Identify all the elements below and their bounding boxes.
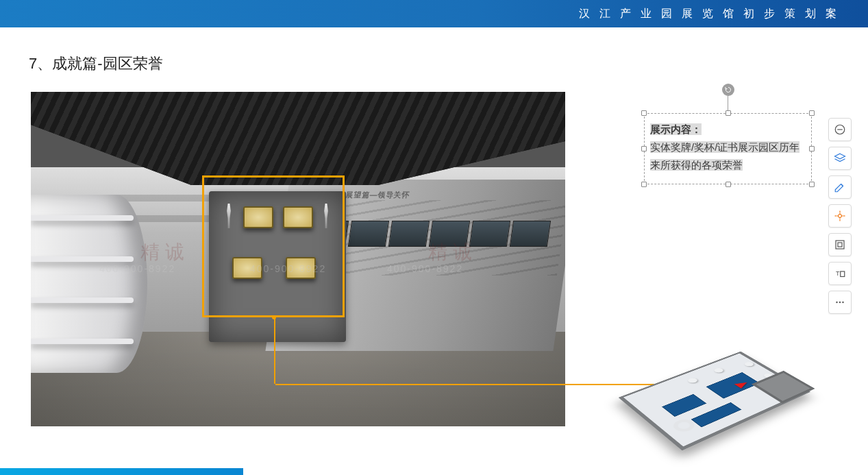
svg-point-12 bbox=[836, 302, 837, 303]
leader-dot bbox=[272, 315, 276, 319]
resize-handle[interactable] bbox=[726, 182, 731, 187]
header-title: 汉江产业园展览馆初步策划案 bbox=[579, 7, 846, 21]
resize-handle[interactable] bbox=[641, 182, 647, 187]
resize-handle[interactable] bbox=[641, 110, 647, 116]
more-icon[interactable] bbox=[828, 291, 852, 314]
text-template-icon[interactable]: T bbox=[828, 262, 852, 285]
slide-page: 汉江产业园展览馆初步策划案 7、成就篇-园区荣誉 展望篇—领导关怀 bbox=[0, 0, 868, 475]
layers-icon[interactable] bbox=[828, 147, 852, 170]
callout-body: 实体奖牌/奖杯/证书展示园区历年来所获得的各项荣誉 bbox=[650, 141, 799, 171]
svg-rect-3 bbox=[838, 214, 842, 218]
collapse-icon[interactable] bbox=[828, 118, 852, 141]
bottom-accent-bar bbox=[0, 468, 243, 475]
svg-text:T: T bbox=[836, 270, 840, 277]
svg-rect-9 bbox=[838, 243, 842, 247]
svg-marker-2 bbox=[835, 154, 845, 159]
resize-handle[interactable] bbox=[809, 110, 815, 116]
position-icon[interactable] bbox=[828, 204, 852, 228]
award-display-niche bbox=[209, 191, 346, 342]
callout-title: 展示内容： bbox=[650, 123, 702, 135]
left-curved-shelves bbox=[31, 195, 147, 373]
section-heading: 7、成就篇-园区荣誉 bbox=[29, 53, 163, 74]
resize-handle[interactable] bbox=[809, 146, 815, 151]
edit-icon[interactable] bbox=[828, 175, 852, 199]
resize-handle[interactable] bbox=[726, 110, 731, 116]
resize-handle[interactable] bbox=[809, 182, 815, 187]
exhibition-render: 展望篇—领导关怀 精 诚 精 诚 400-900-8922 400-900-89… bbox=[31, 92, 565, 426]
floorplan-3d-overview bbox=[616, 326, 821, 463]
rotate-handle-icon[interactable] bbox=[722, 84, 734, 96]
svg-point-13 bbox=[839, 302, 841, 303]
header-bar: 汉江产业园展览馆初步策划案 bbox=[0, 0, 868, 27]
content-callout[interactable]: 展示内容： 实体奖牌/奖杯/证书展示园区历年来所获得的各项荣誉 bbox=[644, 113, 812, 184]
frame-icon[interactable] bbox=[828, 233, 852, 256]
svg-point-14 bbox=[842, 302, 843, 303]
side-toolbar: T bbox=[828, 118, 852, 314]
svg-rect-11 bbox=[841, 271, 845, 277]
resize-handle[interactable] bbox=[641, 146, 647, 151]
svg-rect-8 bbox=[836, 241, 844, 249]
right-wall-caption: 展望篇—领导关怀 bbox=[345, 190, 411, 200]
leader-line-vertical bbox=[274, 317, 275, 384]
